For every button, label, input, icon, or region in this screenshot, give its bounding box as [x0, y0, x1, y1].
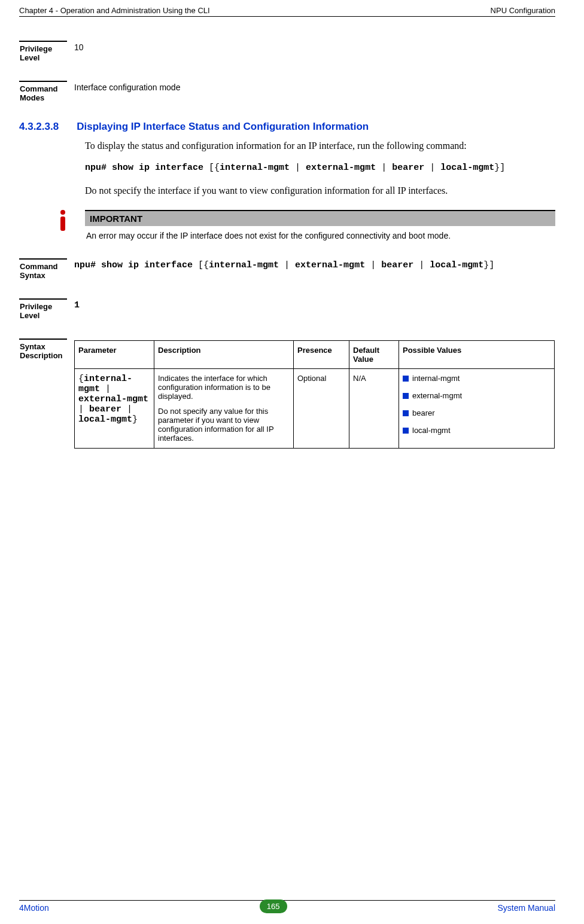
footer-left: 4Motion	[19, 903, 49, 913]
command-modes-value: Interface configuration mode	[68, 82, 555, 103]
cell-presence: Optional	[294, 368, 349, 448]
th-default: Default Value	[349, 340, 399, 368]
privilege-level-value: 10	[68, 42, 555, 63]
important-box: IMPORTANT An error may occur if the IP i…	[85, 210, 555, 242]
bullet-icon	[403, 428, 409, 434]
command-example: npu# show ip interface [{internal-mgmt |…	[85, 161, 555, 175]
bullet-icon	[403, 393, 409, 399]
important-title: IMPORTANT	[85, 210, 555, 226]
syntax-table: Parameter Description Presence Default V…	[74, 340, 555, 449]
header-left: Chapter 4 - Operation and Administration…	[19, 6, 210, 15]
page-number: 165	[260, 899, 287, 913]
cell-parameter: {internal-mgmt | external-mgmt | bearer …	[75, 368, 154, 448]
command-modes-label: Command Modes	[19, 82, 68, 103]
section-title: Displaying IP Interface Status and Confi…	[77, 121, 369, 133]
syntax-description-label: Syntax Description	[19, 340, 68, 449]
section-para-2: Do not specify the interface if you want…	[85, 184, 555, 198]
cell-default: N/A	[349, 368, 399, 448]
bullet-icon	[403, 410, 409, 416]
th-possible: Possible Values	[399, 340, 555, 368]
command-syntax-value: npu# show ip interface [{internal-mgmt |…	[68, 260, 555, 280]
table-row: {internal-mgmt | external-mgmt | bearer …	[75, 368, 555, 448]
privilege-level-value-2: 1	[68, 300, 555, 321]
page-footer: 4Motion 165 System Manual	[19, 900, 555, 914]
section-para-1: To display the status and configuration …	[85, 139, 555, 153]
privilege-level-label: Privilege Level	[19, 42, 68, 63]
th-parameter: Parameter	[75, 340, 154, 368]
page-header: Chapter 4 - Operation and Administration…	[19, 6, 555, 17]
section-number: 4.3.2.3.8	[19, 121, 59, 133]
cell-description: Indicates the interface for which config…	[154, 368, 294, 448]
cell-possible-values: internal-mgmt external-mgmt bearer local…	[399, 368, 555, 448]
important-icon	[55, 209, 71, 233]
command-syntax-label: Command Syntax	[19, 260, 68, 280]
header-right: NPU Configuration	[491, 6, 555, 15]
footer-right: System Manual	[498, 903, 555, 913]
th-description: Description	[154, 340, 294, 368]
bullet-icon	[403, 376, 409, 382]
privilege-level-label-2: Privilege Level	[19, 300, 68, 321]
important-text: An error may occur if the IP interface d…	[85, 226, 555, 242]
th-presence: Presence	[294, 340, 349, 368]
